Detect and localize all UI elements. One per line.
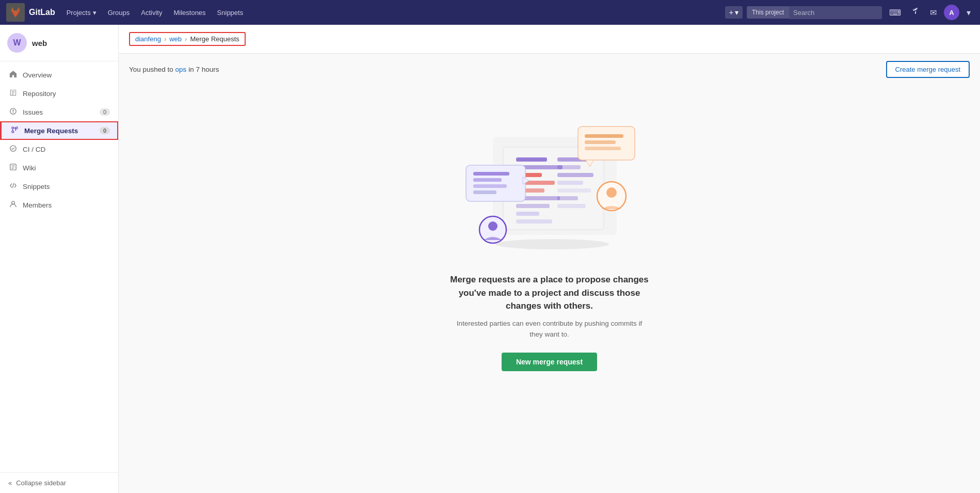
logo-image [6, 3, 25, 22]
sidebar-item-issues[interactable]: Issues 0 [0, 103, 118, 121]
svg-rect-1 [12, 109, 13, 112]
svg-rect-32 [466, 165, 525, 201]
sidebar-nav: Overview Repository Issues 0 [0, 61, 118, 472]
svg-rect-17 [516, 204, 550, 208]
svg-point-42 [495, 239, 609, 249]
gitlab-logo[interactable]: GitLab [6, 3, 55, 22]
sidebar-item-merge-requests[interactable]: Merge Requests 0 [0, 121, 118, 140]
topnav-search-wrap: This project [747, 6, 882, 19]
create-merge-request-button[interactable]: Create merge request [886, 61, 970, 78]
breadcrumb-item-web[interactable]: web [169, 35, 182, 43]
svg-point-5 [11, 131, 13, 133]
topnav-right: + ▾ This project ⌨ ✉ A ▾ [725, 4, 974, 21]
svg-rect-21 [557, 165, 581, 169]
topnav-search-input[interactable] [789, 6, 882, 19]
topnav-avatar-chevron[interactable]: ▾ [963, 5, 974, 21]
svg-point-4 [15, 127, 18, 129]
svg-rect-26 [557, 204, 586, 208]
topnav-groups[interactable]: Groups [103, 6, 135, 20]
sidebar-collapse-button[interactable]: « Collapse sidebar [8, 479, 66, 487]
topnav-scope-badge: This project [747, 6, 789, 19]
breadcrumb-bar: dianfeng › web › Merge Requests [119, 25, 980, 54]
issues-icon [8, 107, 18, 117]
svg-point-41 [488, 221, 497, 231]
sidebar-item-snippets[interactable]: Snippets [0, 177, 118, 196]
topnav: GitLab Projects ▾ Groups Activity Milest… [0, 0, 980, 25]
svg-point-8 [11, 201, 14, 204]
repository-icon [8, 89, 18, 98]
members-icon [8, 200, 18, 210]
push-notice: You pushed to ops in 7 hours Create merg… [119, 54, 980, 85]
push-notice-text: You pushed to ops in 7 hours [129, 66, 219, 73]
sidebar-project-name: web [32, 39, 47, 47]
topnav-fork-icon[interactable] [908, 4, 923, 21]
svg-point-3 [11, 127, 13, 129]
topnav-milestones[interactable]: Milestones [168, 6, 211, 20]
wiki-icon [8, 163, 18, 172]
svg-point-39 [606, 187, 617, 198]
main-content: dianfeng › web › Merge Requests You push… [119, 25, 980, 493]
svg-rect-37 [473, 190, 496, 194]
topnav-plus-button[interactable]: + ▾ [725, 6, 743, 19]
sidebar: W web Overview Repository [0, 25, 119, 493]
app-layout: W web Overview Repository [0, 25, 980, 493]
snippets-icon [8, 182, 18, 191]
empty-state-subtitle: Interested parties can even contribute b… [457, 318, 642, 340]
sidebar-project-header: W web [0, 25, 118, 61]
sidebar-project-avatar: W [7, 33, 27, 53]
branch-link[interactable]: ops [175, 66, 187, 73]
topnav-snippets[interactable]: Snippets [212, 6, 249, 20]
breadcrumb-item-dianfeng[interactable]: dianfeng [135, 35, 161, 43]
topnav-keyboard-icon[interactable]: ⌨ [886, 5, 904, 21]
home-icon [8, 70, 18, 79]
svg-rect-31 [585, 147, 621, 150]
svg-rect-34 [473, 172, 509, 176]
empty-state-title: Merge requests are a place to propose ch… [441, 273, 658, 313]
empty-state: Merge requests are a place to propose ch… [119, 85, 980, 412]
sidebar-item-repository[interactable]: Repository [0, 84, 118, 103]
topnav-mail-icon[interactable]: ✉ [927, 5, 940, 21]
breadcrumb-sep-1: › [164, 35, 166, 43]
svg-rect-29 [585, 134, 623, 138]
sidebar-item-overview[interactable]: Overview [0, 66, 118, 84]
cicd-icon [8, 145, 18, 154]
merge-requests-badge: 0 [100, 127, 110, 134]
sidebar-item-cicd[interactable]: CI / CD [0, 140, 118, 158]
svg-rect-35 [473, 178, 502, 182]
topnav-logo-text: GitLab [29, 8, 55, 17]
topnav-nav: Projects ▾ Groups Activity Milestones Sn… [61, 6, 723, 20]
collapse-icon: « [8, 479, 12, 487]
breadcrumb-sep-2: › [185, 35, 187, 43]
svg-rect-18 [516, 212, 539, 216]
svg-rect-30 [585, 140, 616, 144]
svg-rect-19 [516, 219, 552, 224]
svg-rect-23 [557, 181, 583, 185]
merge-requests-illustration [441, 106, 658, 261]
topnav-avatar[interactable]: A [944, 5, 959, 20]
new-merge-request-button[interactable]: New merge request [502, 353, 597, 371]
svg-rect-11 [516, 157, 547, 162]
topnav-activity[interactable]: Activity [136, 6, 167, 20]
svg-rect-2 [12, 112, 13, 113]
sidebar-item-wiki[interactable]: Wiki [0, 158, 118, 177]
breadcrumb: dianfeng › web › Merge Requests [129, 32, 246, 46]
sidebar-footer: « Collapse sidebar [0, 472, 118, 493]
merge-requests-icon [10, 126, 19, 135]
sidebar-item-members[interactable]: Members [0, 196, 118, 214]
svg-rect-22 [557, 173, 593, 177]
topnav-projects[interactable]: Projects ▾ [61, 6, 102, 20]
breadcrumb-current: Merge Requests [190, 35, 239, 43]
svg-rect-25 [557, 196, 578, 200]
svg-rect-24 [557, 188, 591, 193]
issues-badge: 0 [100, 108, 110, 116]
svg-rect-36 [473, 184, 507, 188]
